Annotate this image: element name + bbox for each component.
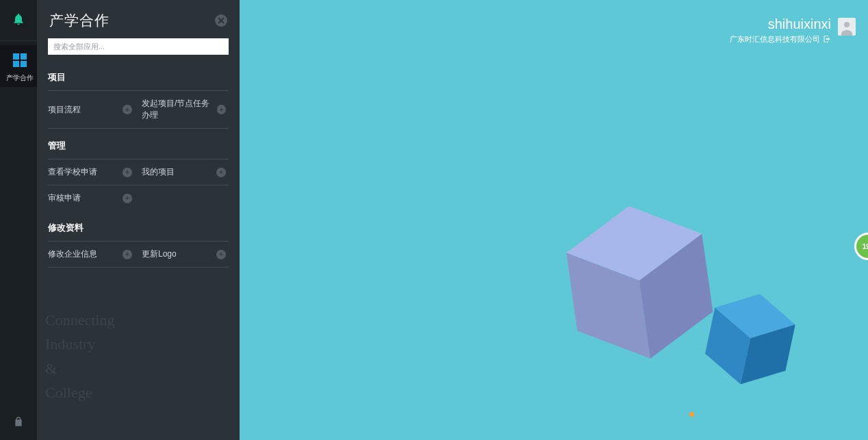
section-title-project: 项目 <box>48 60 229 91</box>
menu-item-label: 审核申请 <box>48 192 81 204</box>
slogan-line: Connecting <box>45 308 114 332</box>
menu-item-view-school-application[interactable]: 查看学校申请 + <box>48 159 135 185</box>
plus-icon: + <box>123 194 132 203</box>
menu-item-label: 更新Logo <box>142 248 177 260</box>
plus-icon: + <box>217 105 226 114</box>
menu-item-label: 查看学校申请 <box>48 166 97 178</box>
panel-header: 产学合作 <box>37 0 240 38</box>
user-block: shihuixinxi 广东时汇信息科技有限公司 <box>730 16 856 44</box>
search-input[interactable] <box>48 38 229 55</box>
menu-item-project-process[interactable]: 项目流程 + <box>48 91 135 128</box>
sidebar-panel: 产学合作 项目 项目流程 + 发起项目/节点任务办理 + 管理 查看学校申请 + <box>37 0 240 440</box>
nav-rail: 产学合作 <box>0 0 37 440</box>
windows-tiles-icon <box>13 53 27 69</box>
svg-rect-0 <box>13 53 19 60</box>
menu-item-label: 项目流程 <box>48 104 81 116</box>
slogan: Connecting Industry & College <box>45 308 114 404</box>
plus-icon: + <box>123 250 132 259</box>
menu-item-my-projects[interactable]: 我的项目 + <box>135 159 229 185</box>
menu: 项目 项目流程 + 发起项目/节点任务办理 + 管理 查看学校申请 + 我的项目… <box>37 60 240 268</box>
close-icon[interactable] <box>215 14 227 27</box>
cube-small-icon <box>695 285 803 400</box>
main-canvas: shihuixinxi 广东时汇信息科技有限公司 <box>240 0 868 440</box>
menu-item-initiate-project[interactable]: 发起项目/节点任务办理 + <box>135 91 229 128</box>
float-badge-label: 196 <box>863 243 868 250</box>
slogan-line: & <box>45 357 114 380</box>
menu-item-label: 修改企业信息 <box>48 248 97 260</box>
loading-dot-icon <box>689 412 694 417</box>
rail-app-label: 产学合作 <box>6 73 34 83</box>
lock-icon[interactable] <box>0 416 37 430</box>
plus-icon: + <box>216 168 226 177</box>
menu-item-modify-company-info[interactable]: 修改企业信息 + <box>48 242 135 267</box>
svg-rect-1 <box>21 53 27 60</box>
username: shihuixinxi <box>730 16 831 32</box>
logout-icon[interactable] <box>823 35 831 44</box>
rail-app-industry-college[interactable]: 产学合作 <box>0 45 37 87</box>
svg-point-4 <box>844 22 850 27</box>
rail-separator <box>0 40 37 41</box>
section-title-modify: 修改资料 <box>48 211 229 242</box>
svg-rect-3 <box>21 61 27 67</box>
bell-icon[interactable] <box>12 12 25 29</box>
slogan-line: Industry <box>45 332 114 356</box>
panel-title: 产学合作 <box>49 11 110 30</box>
section-title-manage: 管理 <box>48 129 229 159</box>
menu-item-review-application[interactable]: 审核申请 + <box>48 185 135 211</box>
avatar-icon[interactable] <box>838 18 856 36</box>
plus-icon: + <box>123 105 132 114</box>
slogan-line: College <box>45 380 114 404</box>
org-name: 广东时汇信息科技有限公司 <box>730 34 820 44</box>
menu-item-label: 发起项目/节点任务办理 <box>142 98 217 121</box>
float-badge[interactable]: 196 <box>854 233 868 260</box>
menu-item-update-logo[interactable]: 更新Logo + <box>135 242 229 267</box>
plus-icon: + <box>123 168 132 177</box>
menu-item-label: 我的项目 <box>142 166 175 178</box>
svg-rect-2 <box>13 61 19 67</box>
cube-large-icon <box>558 196 723 375</box>
plus-icon: + <box>216 250 226 259</box>
